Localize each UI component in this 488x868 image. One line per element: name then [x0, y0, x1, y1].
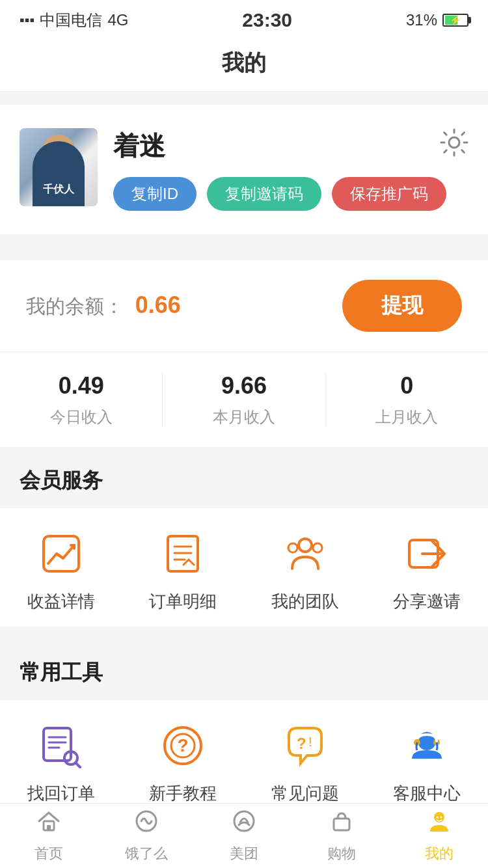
common-tools-grid: 找回订单 ? 新手教程 ? ! 常见问题	[0, 700, 488, 818]
balance-label: 我的余额：	[26, 295, 124, 317]
income-today-label: 今日收入	[50, 408, 113, 426]
menu-item-faq[interactable]: ? ! 常见问题	[244, 720, 366, 805]
svg-rect-29	[334, 819, 349, 830]
nav-meituan[interactable]: 美团	[195, 804, 293, 868]
menu-item-tutorial[interactable]: ? 新手教程	[122, 720, 245, 805]
income-today-value: 0.49	[0, 372, 162, 400]
earnings-label: 收益详情	[27, 590, 95, 613]
profile-section: 千伏人 着迷 复制ID 复制邀请码 保存推广码	[0, 105, 488, 234]
svg-rect-1	[44, 536, 79, 571]
svg-point-28	[234, 811, 254, 831]
svg-text:?: ?	[297, 735, 306, 752]
common-tools-title: 常用工具	[0, 639, 488, 700]
income-last-month: 0 上月收入	[326, 372, 488, 427]
nav-home[interactable]: 首页	[0, 804, 98, 868]
network-label: 4G	[107, 11, 128, 29]
menu-item-orders[interactable]: 订单明细	[122, 528, 245, 613]
settings-icon[interactable]	[440, 128, 468, 163]
nav-shopping-label: 购物	[327, 844, 356, 863]
nav-meituan-label: 美团	[230, 844, 258, 863]
signal-icon: ▪▪▪	[20, 12, 34, 29]
carrier-label: 中国电信	[40, 10, 102, 31]
profile-info: 着迷 复制ID 复制邀请码 保存推广码	[98, 128, 468, 211]
profile-buttons: 复制ID 复制邀请码 保存推广码	[113, 177, 468, 211]
income-today: 0.49 今日收入	[0, 372, 163, 427]
income-month: 9.66 本月收入	[163, 372, 325, 427]
nav-mine-label: 我的	[425, 844, 454, 863]
svg-point-0	[449, 137, 459, 148]
share-icon	[401, 528, 453, 580]
svg-text:!: !	[308, 735, 312, 749]
balance-section: 我的余额： 0.66 提现	[0, 260, 488, 351]
share-label: 分享邀请	[393, 590, 461, 613]
member-services-grid: 收益详情 订单明细	[0, 508, 488, 626]
svg-point-6	[299, 539, 312, 552]
nav-shopping[interactable]: 购物	[293, 804, 390, 868]
avatar[interactable]: 千伏人	[20, 128, 98, 206]
balance-info: 我的余额： 0.66	[26, 292, 181, 320]
mine-icon	[426, 808, 452, 840]
income-month-value: 9.66	[163, 372, 325, 400]
faq-icon: ? !	[279, 720, 331, 772]
svg-rect-11	[44, 728, 71, 761]
status-bar: ▪▪▪ 中国电信 4G 23:30 31% ⚡	[0, 0, 488, 38]
team-icon	[279, 528, 331, 580]
copy-invite-button[interactable]: 复制邀请码	[207, 177, 321, 211]
menu-item-share[interactable]: 分享邀请	[366, 528, 489, 613]
menu-item-team[interactable]: 我的团队	[244, 528, 366, 613]
menu-item-service[interactable]: 客服中心	[366, 720, 489, 805]
income-last-month-label: 上月收入	[375, 408, 438, 426]
service-label: 客服中心	[393, 782, 461, 805]
hungry-icon	[133, 808, 159, 840]
page-title: 我的	[0, 38, 488, 92]
withdraw-button[interactable]: 提现	[342, 280, 462, 332]
tutorial-label: 新手教程	[149, 782, 217, 805]
faq-label: 常见问题	[271, 782, 339, 805]
svg-line-16	[75, 763, 80, 767]
nav-home-label: 首页	[34, 844, 63, 863]
status-left: ▪▪▪ 中国电信 4G	[20, 10, 128, 31]
income-month-label: 本月收入	[213, 408, 275, 426]
earnings-icon	[35, 528, 87, 580]
nav-hungry[interactable]: 饿了么	[98, 804, 195, 868]
svg-point-8	[313, 543, 322, 552]
time-display: 23:30	[242, 9, 292, 31]
save-promo-button[interactable]: 保存推广码	[332, 177, 446, 211]
menu-item-earnings[interactable]: 收益详情	[0, 528, 122, 613]
svg-text:?: ?	[178, 735, 189, 755]
status-right: 31% ⚡	[406, 11, 468, 29]
orders-icon	[157, 528, 209, 580]
copy-id-button[interactable]: 复制ID	[113, 177, 197, 211]
find-order-label: 找回订单	[27, 782, 95, 805]
home-icon	[36, 808, 62, 840]
balance-amount: 0.66	[135, 292, 181, 318]
avatar-text: 千伏人	[43, 183, 74, 197]
nav-hungry-label: 饿了么	[125, 844, 168, 863]
income-section: 0.49 今日收入 9.66 本月收入 0 上月收入	[0, 353, 488, 447]
service-icon	[401, 720, 453, 772]
profile-name: 着迷	[113, 128, 468, 164]
svg-point-7	[288, 543, 297, 552]
find-order-icon	[35, 720, 87, 772]
member-services-title: 会员服务	[0, 447, 488, 508]
orders-label: 订单明细	[149, 590, 217, 613]
team-label: 我的团队	[271, 590, 339, 613]
nav-mine[interactable]: 我的	[390, 804, 488, 868]
income-last-month-value: 0	[326, 372, 488, 400]
svg-point-32	[441, 817, 442, 819]
svg-rect-26	[47, 825, 51, 830]
meituan-icon	[231, 808, 257, 840]
menu-item-find-order[interactable]: 找回订单	[0, 720, 122, 805]
battery-percent: 31%	[406, 11, 437, 29]
tutorial-icon: ?	[157, 720, 209, 772]
bottom-nav: 首页 饿了么 美团 购物	[0, 803, 488, 868]
svg-point-31	[437, 817, 439, 819]
battery-icon: ⚡	[442, 14, 468, 27]
shopping-icon	[329, 808, 355, 840]
